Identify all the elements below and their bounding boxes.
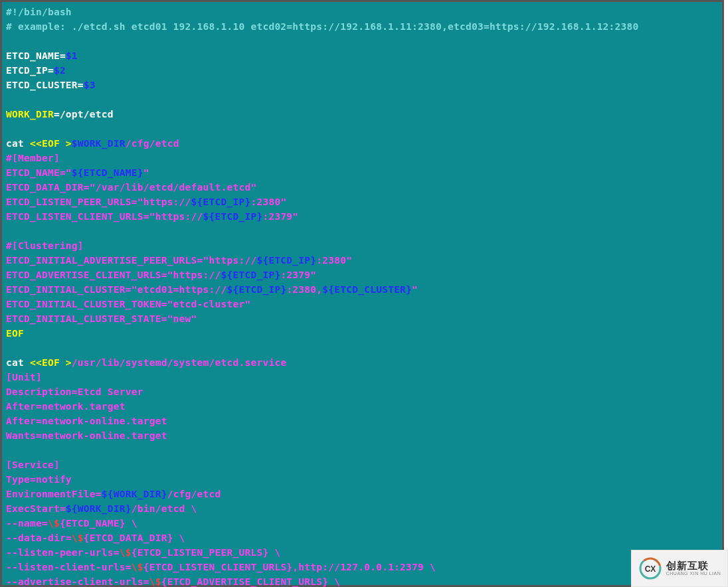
code-line[interactable]: [6, 443, 718, 458]
code-token: ETCD_DATA_DIR="/var/lib/etcd/default.etc…: [6, 181, 256, 193]
code-token: /bin/etcd \: [132, 503, 197, 514]
code-token: {ETCD_NAME} \: [60, 517, 137, 529]
code-line[interactable]: ETCD_CLUSTER=$3: [6, 78, 718, 92]
code-line[interactable]: [Service]: [6, 458, 718, 472]
code-editor-viewport[interactable]: #!/bin/bash# example: ./etcd.sh etcd01 1…: [0, 0, 724, 587]
code-line[interactable]: EnvironmentFile=${WORK_DIR}/cfg/etcd: [6, 487, 718, 501]
code-token: {ETCD_DATA_DIR} \: [84, 532, 185, 543]
code-token: --advertise-client-urls=: [6, 576, 149, 587]
code-token: ${ETCD_CLUSTER}: [322, 284, 412, 295]
code-token: # example: ./etcd.sh etcd01 192.168.1.10…: [6, 21, 639, 32]
code-line[interactable]: [6, 122, 718, 136]
code-line[interactable]: WORK_DIR=/opt/etcd: [6, 107, 718, 122]
code-line[interactable]: ETCD_DATA_DIR="/var/lib/etcd/default.etc…: [6, 180, 718, 195]
code-token: ETCD_INITIAL_CLUSTER="etcd01=https://: [6, 284, 227, 295]
code-token: :2380": [250, 196, 286, 207]
code-line[interactable]: cat <<EOF >/usr/lib/systemd/system/etcd.…: [6, 355, 718, 370]
code-line[interactable]: --advertise-client-urls=\${ETCD_ADVERTIS…: [6, 574, 718, 587]
code-line[interactable]: EOF: [6, 326, 718, 341]
code-token: ETCD_LISTEN_PEER_URLS="https://: [6, 196, 191, 207]
code-token: :2380": [316, 254, 352, 266]
code-token: Wants=network-online.target: [6, 430, 167, 441]
code-line[interactable]: ETCD_INITIAL_CLUSTER="etcd01=https://${E…: [6, 282, 718, 297]
code-token: {ETCD_LISTEN_CLIENT_URLS},http://127.0.0…: [143, 561, 436, 572]
code-token: ${ETCD_IP}: [227, 284, 287, 295]
code-token: ": [143, 167, 149, 178]
code-token: --listen-client-urls=: [6, 561, 132, 572]
code-line[interactable]: # example: ./etcd.sh etcd01 192.168.1.10…: [6, 19, 718, 34]
code-line[interactable]: --listen-client-urls=\${ETCD_LISTEN_CLIE…: [6, 560, 718, 574]
code-token: {ETCD_ADVERTISE_CLIENT_URLS} \: [161, 576, 341, 587]
code-line[interactable]: [6, 92, 718, 107]
code-token: #!/bin/bash: [6, 6, 72, 17]
code-line[interactable]: Type=notify: [6, 472, 718, 487]
code-token: --name=: [6, 517, 48, 529]
watermark-text-cn: 创新互联: [666, 560, 721, 572]
code-token: [Service]: [6, 459, 60, 470]
code-token: #[Member]: [6, 152, 60, 163]
code-line[interactable]: [6, 34, 718, 48]
code-token: ETCD_INITIAL_CLUSTER_STATE="new": [6, 313, 197, 324]
code-line[interactable]: #!/bin/bash: [6, 5, 718, 19]
code-token: [Unit]: [6, 371, 42, 382]
code-token: ${WORK_DIR}: [66, 503, 132, 514]
code-token: $2: [54, 64, 66, 76]
code-token: =/opt/etcd: [54, 108, 114, 120]
code-line[interactable]: ETCD_IP=$2: [6, 63, 718, 78]
code-token: <<EOF >: [30, 357, 72, 368]
watermark-badge: CX 创新互联 CHUANG XIN HU LIAN: [631, 550, 728, 587]
code-line[interactable]: ETCD_INITIAL_ADVERTISE_PEER_URLS="https:…: [6, 253, 718, 268]
code-line[interactable]: #[Clustering]: [6, 238, 718, 253]
code-line[interactable]: ETCD_INITIAL_CLUSTER_STATE="new": [6, 311, 718, 326]
code-token: --data-dir=: [6, 532, 72, 543]
code-line[interactable]: ExecStart=${WORK_DIR}/bin/etcd \: [6, 501, 718, 516]
code-token: WORK_DIR: [6, 108, 54, 120]
code-token: ${ETCD_NAME}: [72, 167, 143, 178]
code-line[interactable]: --name=\${ETCD_NAME} \: [6, 516, 718, 531]
code-line[interactable]: Description=Etcd Server: [6, 384, 718, 399]
code-line[interactable]: cat <<EOF >$WORK_DIR/cfg/etcd: [6, 136, 718, 151]
code-token: ExecStart=: [6, 503, 66, 514]
code-token: ": [412, 284, 418, 295]
code-token: :2380,: [286, 284, 322, 295]
code-line[interactable]: [6, 341, 718, 355]
code-line[interactable]: [6, 224, 718, 238]
code-token: ETCD_IP=: [6, 64, 54, 76]
code-line[interactable]: ETCD_LISTEN_CLIENT_URLS="https://${ETCD_…: [6, 209, 718, 224]
code-token: $1: [66, 50, 78, 61]
code-token: /usr/lib/systemd/system/etcd.service: [72, 357, 287, 368]
code-token: ${ETCD_IP}: [191, 196, 251, 207]
code-line[interactable]: After=network.target: [6, 399, 718, 414]
code-line[interactable]: --data-dir=\${ETCD_DATA_DIR} \: [6, 531, 718, 545]
code-line[interactable]: ETCD_NAME=$1: [6, 48, 718, 63]
code-token: /cfg/etcd: [126, 137, 179, 149]
code-token: ETCD_INITIAL_CLUSTER_TOKEN="etcd-cluster…: [6, 298, 250, 309]
code-line[interactable]: --listen-peer-urls=\${ETCD_LISTEN_PEER_U…: [6, 545, 718, 560]
watermark-logo-icon: CX: [638, 556, 662, 580]
code-line[interactable]: Wants=network-online.target: [6, 428, 718, 443]
code-token: \$: [120, 546, 132, 558]
code-token: ETCD_NAME=: [6, 50, 66, 61]
code-line[interactable]: ETCD_INITIAL_CLUSTER_TOKEN="etcd-cluster…: [6, 297, 718, 311]
svg-text:CX: CX: [644, 564, 656, 574]
code-token: :2379": [280, 269, 316, 280]
code-token: \$: [149, 576, 161, 587]
code-token: #[Clustering]: [6, 240, 84, 251]
code-line[interactable]: ETCD_LISTEN_PEER_URLS="https://${ETCD_IP…: [6, 195, 718, 209]
watermark-text-en: CHUANG XIN HU LIAN: [666, 571, 721, 576]
code-line[interactable]: ETCD_ADVERTISE_CLIENT_URLS="https://${ET…: [6, 268, 718, 282]
code-line[interactable]: ETCD_NAME="${ETCD_NAME}": [6, 165, 718, 180]
code-token: /cfg/etcd: [167, 488, 221, 499]
code-line[interactable]: [Unit]: [6, 370, 718, 384]
code-token: cat: [6, 137, 30, 149]
code-token: ETCD_INITIAL_ADVERTISE_PEER_URLS="https:…: [6, 254, 256, 266]
code-token: ${ETCD_IP}: [221, 269, 281, 280]
code-token: <<EOF >: [30, 137, 72, 149]
code-token: ${WORK_DIR}: [102, 488, 167, 499]
code-line[interactable]: After=network-online.target: [6, 414, 718, 428]
code-line[interactable]: #[Member]: [6, 151, 718, 165]
code-token: {ETCD_LISTEN_PEER_URLS} \: [132, 546, 281, 558]
code-token: EnvironmentFile=: [6, 488, 102, 499]
code-token: After=network.target: [6, 400, 126, 412]
code-token: ETCD_ADVERTISE_CLIENT_URLS="https://: [6, 269, 221, 280]
